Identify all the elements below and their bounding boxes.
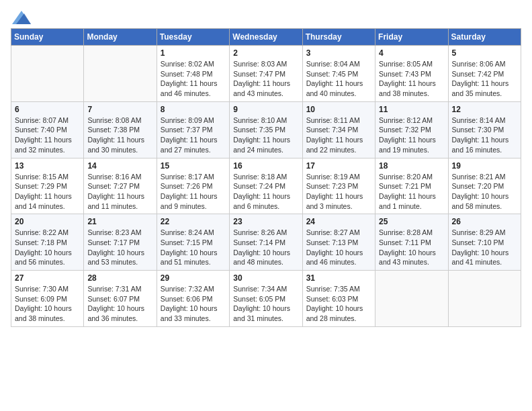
calendar-cell: 2Sunrise: 8:03 AM Sunset: 7:47 PM Daylig… [230, 46, 302, 102]
day-of-week-header: Wednesday [230, 29, 302, 46]
day-detail: Sunrise: 8:28 AM Sunset: 7:11 PM Dayligh… [379, 228, 444, 267]
day-number: 14 [87, 161, 152, 171]
day-detail: Sunrise: 8:21 AM Sunset: 7:20 PM Dayligh… [452, 172, 517, 212]
calendar-cell: 23Sunrise: 8:26 AM Sunset: 7:14 PM Dayli… [230, 214, 302, 271]
calendar-week-row: 13Sunrise: 8:15 AM Sunset: 7:29 PM Dayli… [11, 158, 521, 214]
day-detail: Sunrise: 8:07 AM Sunset: 7:40 PM Dayligh… [15, 116, 80, 155]
calendar-cell: 12Sunrise: 8:14 AM Sunset: 7:30 PM Dayli… [448, 101, 521, 158]
day-number: 3 [306, 48, 371, 58]
logo-icon [12, 11, 31, 24]
day-detail: Sunrise: 8:19 AM Sunset: 7:23 PM Dayligh… [306, 172, 371, 212]
day-number: 22 [161, 217, 226, 226]
day-detail: Sunrise: 8:23 AM Sunset: 7:17 PM Dayligh… [87, 228, 152, 267]
day-detail: Sunrise: 8:11 AM Sunset: 7:34 PM Dayligh… [306, 116, 371, 155]
calendar-cell: 5Sunrise: 8:06 AM Sunset: 7:42 PM Daylig… [448, 46, 521, 102]
day-number: 30 [233, 273, 298, 283]
day-detail: Sunrise: 8:18 AM Sunset: 7:24 PM Dayligh… [233, 172, 298, 212]
calendar-header-row: SundayMondayTuesdayWednesdayThursdayFrid… [11, 29, 521, 46]
calendar-cell: 22Sunrise: 8:24 AM Sunset: 7:15 PM Dayli… [157, 214, 229, 271]
day-of-week-header: Friday [375, 29, 448, 46]
calendar-cell: 4Sunrise: 8:05 AM Sunset: 7:43 PM Daylig… [375, 46, 448, 102]
day-detail: Sunrise: 8:22 AM Sunset: 7:18 PM Dayligh… [15, 228, 80, 267]
day-detail: Sunrise: 8:02 AM Sunset: 7:48 PM Dayligh… [161, 59, 226, 99]
calendar-cell: 20Sunrise: 8:22 AM Sunset: 7:18 PM Dayli… [11, 214, 84, 271]
calendar-cell: 26Sunrise: 8:29 AM Sunset: 7:10 PM Dayli… [448, 214, 521, 271]
day-detail: Sunrise: 8:24 AM Sunset: 7:15 PM Dayligh… [161, 228, 226, 267]
day-of-week-header: Thursday [302, 29, 375, 46]
day-detail: Sunrise: 8:20 AM Sunset: 7:21 PM Dayligh… [379, 172, 444, 212]
calendar-cell: 3Sunrise: 8:04 AM Sunset: 7:45 PM Daylig… [302, 46, 375, 102]
calendar-cell: 10Sunrise: 8:11 AM Sunset: 7:34 PM Dayli… [302, 101, 375, 158]
calendar-table: SundayMondayTuesdayWednesdayThursdayFrid… [11, 28, 521, 327]
day-detail: Sunrise: 8:15 AM Sunset: 7:29 PM Dayligh… [15, 172, 80, 212]
calendar-cell: 11Sunrise: 8:12 AM Sunset: 7:32 PM Dayli… [375, 101, 448, 158]
day-detail: Sunrise: 7:34 AM Sunset: 6:05 PM Dayligh… [233, 284, 298, 324]
day-number: 21 [87, 217, 152, 226]
day-detail: Sunrise: 8:10 AM Sunset: 7:35 PM Dayligh… [233, 116, 298, 155]
day-of-week-header: Monday [84, 29, 157, 46]
day-number: 28 [87, 273, 152, 283]
day-detail: Sunrise: 8:27 AM Sunset: 7:13 PM Dayligh… [306, 228, 371, 267]
day-detail: Sunrise: 8:04 AM Sunset: 7:45 PM Dayligh… [306, 59, 371, 99]
day-number: 4 [379, 48, 444, 58]
calendar-cell: 17Sunrise: 8:19 AM Sunset: 7:23 PM Dayli… [302, 158, 375, 214]
day-number: 31 [306, 273, 371, 283]
calendar-week-row: 27Sunrise: 7:30 AM Sunset: 6:09 PM Dayli… [11, 271, 521, 327]
day-detail: Sunrise: 8:29 AM Sunset: 7:10 PM Dayligh… [452, 228, 517, 267]
day-number: 29 [161, 273, 226, 283]
day-number: 5 [452, 48, 517, 58]
calendar-cell: 16Sunrise: 8:18 AM Sunset: 7:24 PM Dayli… [230, 158, 302, 214]
day-number: 17 [306, 161, 371, 171]
calendar-cell: 7Sunrise: 8:08 AM Sunset: 7:38 PM Daylig… [84, 101, 157, 158]
day-number: 1 [161, 48, 226, 58]
day-number: 10 [306, 105, 371, 114]
day-of-week-header: Sunday [11, 29, 84, 46]
calendar-cell: 30Sunrise: 7:34 AM Sunset: 6:05 PM Dayli… [230, 271, 302, 327]
day-number: 25 [379, 217, 444, 226]
day-number: 24 [306, 217, 371, 226]
day-detail: Sunrise: 8:14 AM Sunset: 7:30 PM Dayligh… [452, 116, 517, 155]
day-detail: Sunrise: 8:05 AM Sunset: 7:43 PM Dayligh… [379, 59, 444, 99]
calendar-cell: 9Sunrise: 8:10 AM Sunset: 7:35 PM Daylig… [230, 101, 302, 158]
calendar-cell [448, 271, 521, 327]
day-detail: Sunrise: 8:09 AM Sunset: 7:37 PM Dayligh… [161, 116, 226, 155]
calendar-cell [11, 46, 84, 102]
day-detail: Sunrise: 8:17 AM Sunset: 7:26 PM Dayligh… [161, 172, 226, 212]
calendar-week-row: 6Sunrise: 8:07 AM Sunset: 7:40 PM Daylig… [11, 101, 521, 158]
day-detail: Sunrise: 8:06 AM Sunset: 7:42 PM Dayligh… [452, 59, 517, 99]
day-number: 7 [87, 105, 152, 114]
page-header [11, 11, 521, 21]
day-number: 15 [161, 161, 226, 171]
calendar-cell: 29Sunrise: 7:32 AM Sunset: 6:06 PM Dayli… [157, 271, 229, 327]
calendar-week-row: 1Sunrise: 8:02 AM Sunset: 7:48 PM Daylig… [11, 46, 521, 102]
calendar-cell: 25Sunrise: 8:28 AM Sunset: 7:11 PM Dayli… [375, 214, 448, 271]
day-detail: Sunrise: 7:30 AM Sunset: 6:09 PM Dayligh… [15, 284, 80, 324]
calendar-cell: 14Sunrise: 8:16 AM Sunset: 7:27 PM Dayli… [84, 158, 157, 214]
calendar-cell: 6Sunrise: 8:07 AM Sunset: 7:40 PM Daylig… [11, 101, 84, 158]
calendar-cell: 13Sunrise: 8:15 AM Sunset: 7:29 PM Dayli… [11, 158, 84, 214]
day-number: 20 [15, 217, 80, 226]
calendar-cell: 8Sunrise: 8:09 AM Sunset: 7:37 PM Daylig… [157, 101, 229, 158]
logo [11, 11, 31, 21]
calendar-cell: 15Sunrise: 8:17 AM Sunset: 7:26 PM Dayli… [157, 158, 229, 214]
day-number: 16 [233, 161, 298, 171]
calendar-week-row: 20Sunrise: 8:22 AM Sunset: 7:18 PM Dayli… [11, 214, 521, 271]
calendar-cell: 21Sunrise: 8:23 AM Sunset: 7:17 PM Dayli… [84, 214, 157, 271]
calendar-cell: 27Sunrise: 7:30 AM Sunset: 6:09 PM Dayli… [11, 271, 84, 327]
day-detail: Sunrise: 8:12 AM Sunset: 7:32 PM Dayligh… [379, 116, 444, 155]
day-number: 8 [161, 105, 226, 114]
day-of-week-header: Tuesday [157, 29, 229, 46]
day-detail: Sunrise: 7:32 AM Sunset: 6:06 PM Dayligh… [161, 284, 226, 324]
day-number: 6 [15, 105, 80, 114]
day-detail: Sunrise: 8:08 AM Sunset: 7:38 PM Dayligh… [87, 116, 152, 155]
day-of-week-header: Saturday [448, 29, 521, 46]
day-detail: Sunrise: 8:03 AM Sunset: 7:47 PM Dayligh… [233, 59, 298, 99]
calendar-cell: 24Sunrise: 8:27 AM Sunset: 7:13 PM Dayli… [302, 214, 375, 271]
day-number: 18 [379, 161, 444, 171]
day-number: 26 [452, 217, 517, 226]
day-number: 9 [233, 105, 298, 114]
day-detail: Sunrise: 8:26 AM Sunset: 7:14 PM Dayligh… [233, 228, 298, 267]
day-number: 19 [452, 161, 517, 171]
calendar-cell [84, 46, 157, 102]
calendar-cell: 28Sunrise: 7:31 AM Sunset: 6:07 PM Dayli… [84, 271, 157, 327]
